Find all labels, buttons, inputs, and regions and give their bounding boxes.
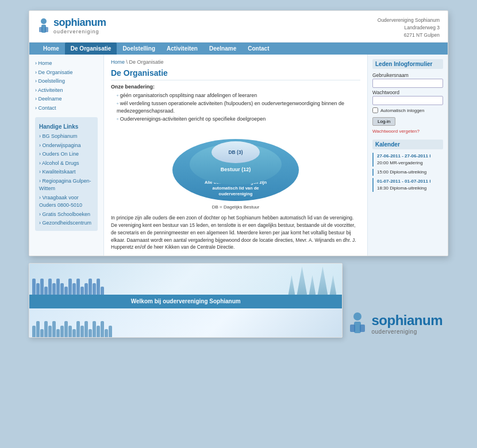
nav-deelname[interactable]: Deelname: [203, 43, 242, 55]
main-content: Home \ De Organisatie De Organisatie Onz…: [104, 55, 367, 256]
sidebar-item-kwaliteit[interactable]: Kwaliteitskaart: [39, 168, 94, 177]
page-title: De Organisatie: [111, 68, 360, 80]
forgot-link[interactable]: Wachtwoord vergeten?: [372, 129, 443, 134]
person-b19: [105, 329, 108, 337]
tree-3: [309, 275, 316, 295]
calendar-item-1: 27-06-2011 - 27-06-2011 l 20:00 MR-verga…: [372, 153, 443, 167]
nav-contact[interactable]: Contact: [242, 43, 275, 55]
sidebar-item-home[interactable]: Home: [35, 59, 98, 68]
sidebar: Home De Organisatie Doelstelling Activit…: [29, 55, 104, 256]
login-panel-title: Leden Inlogformulier: [372, 59, 443, 69]
handige-links-title: Handige Links: [39, 123, 94, 130]
auto-login-row: Automatisch inloggen: [372, 107, 443, 113]
sidebar-item-schoolboeken[interactable]: Gratis Schoolboeken: [39, 210, 94, 219]
bottom-logo-sub: oudervereniging: [371, 329, 443, 335]
sidebar-item-gezondheid[interactable]: Gezondheidscentrum: [39, 219, 94, 228]
diagram: Alle ouders van leerlingen zijnautomatis…: [111, 128, 360, 210]
person-18: [101, 287, 104, 295]
calendar-item-3: 01-07-2011 - 01-07-2011 l 18:30 Diploma-…: [372, 178, 443, 192]
diagram-legend: DB = Dagelijks Bestuur: [172, 204, 299, 210]
auto-login-checkbox[interactable]: [372, 107, 378, 113]
login-button[interactable]: Log-in: [372, 117, 395, 126]
person-b12: [76, 321, 80, 337]
person-b1: [32, 326, 36, 337]
nav-activiteiten[interactable]: Activiteiten: [161, 43, 203, 55]
banner-top: [29, 264, 342, 295]
diagram-middle-label: Bestuur (12): [221, 167, 251, 172]
diagram-inner-label: DB (3): [228, 149, 243, 155]
person-8: [60, 283, 64, 295]
bottom-area: Welkom bij oudervereniging Sophianum: [29, 263, 448, 338]
main-card: sophianum oudervereniging Ouderverenigin…: [29, 10, 448, 256]
sidebar-item-contact[interactable]: Contact: [35, 104, 98, 113]
person-b4: [44, 321, 48, 337]
svg-point-4: [353, 312, 361, 320]
person-1: [32, 279, 36, 295]
person-b15: [89, 329, 92, 337]
calendar-time-1: 20:00 MR-vergadering: [377, 160, 423, 165]
calendar-section: Kalender 27-06-2011 - 27-06-2011 l 20:00…: [372, 140, 443, 192]
bottom-logo: sophianum oudervereniging: [348, 312, 448, 338]
person-b16: [93, 321, 96, 337]
nav-doelstelling[interactable]: Doelstelling: [117, 43, 161, 55]
breadcrumb-home[interactable]: Home: [111, 59, 125, 65]
nav-home[interactable]: Home: [37, 43, 65, 55]
sidebar-item-bg[interactable]: BG Sophianum: [39, 132, 94, 141]
person-14: [84, 283, 88, 295]
person-b2: [36, 321, 40, 337]
sidebar-item-deelname[interactable]: Deelname: [35, 95, 98, 104]
person-b9: [64, 321, 68, 337]
breadcrumb-current: De Organisatie: [129, 59, 164, 65]
person-4: [44, 287, 48, 295]
sidebar-item-regio[interactable]: Regiopagina Gulpen-Wittem: [39, 177, 94, 194]
breadcrumb: Home \ De Organisatie: [111, 59, 360, 65]
sidebar-item-activiteiten[interactable]: Activiteiten: [35, 86, 98, 95]
bottom-logo-icon: [348, 312, 367, 335]
username-input[interactable]: [372, 79, 443, 88]
bullet-3: Ouderverenigings-activiteiten gericht op…: [117, 115, 360, 123]
person-6: [52, 283, 56, 295]
tree-2: [297, 267, 307, 295]
tree-1: [288, 275, 295, 295]
people-figures-bottom: [29, 321, 342, 337]
body-text: In principe zijn alle ouders die een zoo…: [111, 214, 360, 251]
bullet-2: wél verdeling tussen operationele activi…: [117, 100, 360, 115]
sidebar-item-doelstelling[interactable]: Doelstelling: [35, 77, 98, 86]
calendar-date-1: 27-06-2011 - 27-06-2011 l: [377, 153, 430, 159]
banner-text: Welkom bij oudervereniging Sophianum: [131, 298, 241, 304]
calendar-date-3: 01-07-2011 - 01-07-2011 l: [377, 179, 430, 184]
person-10: [68, 279, 72, 295]
person-b3: [40, 329, 44, 337]
sidebar-item-vraagbaak[interactable]: Vraagbaak voor Ouders 0800-5010: [39, 194, 94, 210]
bottom-logo-name: sophianum: [371, 312, 443, 329]
person-11: [72, 283, 76, 295]
password-label: Wachtwoord: [372, 90, 443, 95]
svg-rect-6: [350, 325, 355, 332]
sidebar-item-onderwijspagina[interactable]: Onderwijspagina: [39, 141, 94, 150]
calendar-time-3: 18:30 Diploma-uitreiking: [377, 186, 426, 191]
bottom-logo-inner: sophianum oudervereniging: [348, 312, 443, 335]
person-13: [80, 287, 84, 295]
banner-card: Welkom bij oudervereniging Sophianum: [29, 263, 343, 338]
person-15: [89, 279, 92, 295]
person-16: [93, 283, 96, 295]
password-input[interactable]: [372, 96, 443, 105]
calendar-item-2: 15:00 Diploma-uitreiking: [372, 169, 443, 176]
sidebar-item-ouders-online[interactable]: Ouders On Line: [39, 150, 94, 159]
right-panel: Leden Inlogformulier Gebruikersnaam Wach…: [367, 55, 448, 256]
svg-rect-3: [45, 27, 48, 32]
nav-bar: Home De Organisatie Doelstelling Activit…: [29, 43, 448, 55]
person-12: [76, 279, 80, 295]
bullet-list: géén organisatorisch opsplitsing naar af…: [117, 92, 360, 123]
bullet-1: géén organisatorisch opsplitsing naar af…: [117, 92, 360, 100]
logo-name: sophianum: [53, 17, 106, 29]
intro-text: Onze benadering:: [111, 84, 360, 90]
handige-links-group: Handige Links BG Sophianum Onderwijspagi…: [35, 117, 98, 231]
nav-organisatie[interactable]: De Organisatie: [65, 43, 117, 55]
sidebar-item-organisatie[interactable]: De Organisatie: [35, 68, 98, 78]
tree-4: [317, 267, 328, 295]
svg-rect-7: [360, 325, 365, 332]
person-9: [64, 287, 68, 295]
address-org: Oudervereniging Sophianum: [378, 17, 440, 24]
sidebar-item-alcohol[interactable]: Alcohol & Drugs: [39, 159, 94, 168]
